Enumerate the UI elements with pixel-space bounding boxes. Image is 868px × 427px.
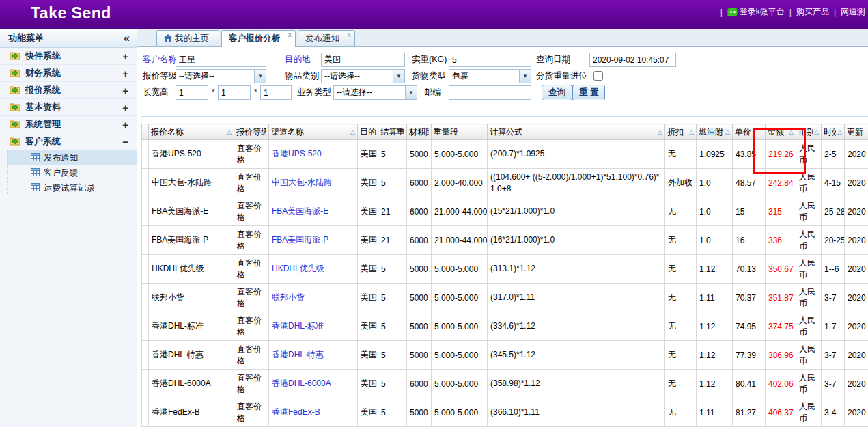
cell-unit: 77.39	[733, 341, 766, 370]
column-header-aging[interactable]: 时效△	[822, 124, 845, 140]
column-header-label: 计算公式	[490, 126, 522, 138]
cell-discount: 无	[665, 341, 697, 370]
channel-link[interactable]: FBA美国海派-E	[272, 206, 328, 216]
column-header-sel[interactable]	[142, 124, 149, 140]
search-button[interactable]: 查询	[542, 85, 572, 100]
sort-icon[interactable]: △	[836, 128, 842, 135]
column-header-label: 币别	[798, 126, 813, 138]
customer-name-input[interactable]	[176, 53, 266, 67]
cell-range: 21.000-44.000	[432, 197, 488, 226]
tab-客户报价分析[interactable]: 客户报价分析x	[221, 30, 296, 47]
sidebar-item-6[interactable]: 客户系统−	[0, 133, 137, 150]
column-header-name[interactable]: 报价名称△	[149, 124, 234, 140]
close-tab-icon[interactable]: x	[348, 31, 351, 38]
column-header-settle[interactable]: 结算重	[378, 124, 407, 140]
split-weight-checkbox[interactable]	[593, 71, 603, 81]
column-header-unit[interactable]: 单价	[733, 124, 766, 140]
sidebar-subitem[interactable]: 发布通知	[7, 150, 137, 165]
cell-settle: 5	[378, 312, 407, 341]
expand-plus-icon[interactable]: +	[122, 102, 128, 113]
zip-code-input[interactable]	[449, 85, 531, 100]
tab-我的主页[interactable]: 我的主页	[156, 30, 219, 46]
cell-aging: 4-15	[822, 169, 845, 197]
destination-input[interactable]	[321, 53, 405, 67]
business-type-select[interactable]: --请选择--▼	[333, 85, 417, 100]
channel-link[interactable]: 香港FedEx-B	[272, 407, 320, 417]
expand-plus-icon[interactable]: +	[122, 68, 128, 79]
column-header-volume[interactable]: 材积除	[407, 124, 432, 140]
cell-currency: 人民币	[796, 169, 822, 197]
network-speed-link[interactable]: 网速测	[841, 6, 865, 18]
channel-link[interactable]: 联邦小货	[272, 292, 305, 302]
height-input[interactable]	[260, 85, 292, 100]
cell-discount: 无	[665, 284, 697, 312]
column-header-currency[interactable]: 币别△	[796, 124, 822, 140]
column-header-amount[interactable]: 金额△	[766, 124, 796, 140]
table-row: FBA美国海派-P直客价格FBA美国海派-P美国21600021.000-44.…	[142, 226, 868, 255]
channel-link[interactable]: FBA美国海派-P	[272, 235, 328, 245]
cell-range: 2.000-40.000	[432, 169, 488, 197]
sidebar-subitem[interactable]: 客户反馈	[7, 165, 137, 180]
cell-channel: 香港FedEx-B	[269, 398, 358, 427]
column-header-fuel[interactable]: 燃油附加△	[697, 124, 733, 140]
cell-amount: 402.06	[766, 370, 796, 398]
expand-plus-icon[interactable]: +	[122, 85, 128, 96]
sort-icon[interactable]: △	[349, 128, 355, 135]
reset-button[interactable]: 重 置	[572, 85, 605, 100]
sort-icon[interactable]: △	[787, 128, 794, 135]
close-tab-icon[interactable]: x	[288, 31, 292, 38]
collapse-minus-icon[interactable]: −	[122, 136, 128, 148]
sidebar-item-3[interactable]: 报价系统+	[0, 82, 137, 99]
sidebar-item-2[interactable]: 财务系统+	[0, 65, 137, 82]
sidebar-subitem[interactable]: 运费试算记录	[7, 180, 137, 195]
sidebar-item-label: 客户系统	[25, 135, 122, 148]
sidebar-item-1[interactable]: 快件系统+	[0, 48, 137, 65]
column-header-updated[interactable]: 更新	[845, 124, 868, 140]
sort-icon[interactable]: △	[656, 128, 662, 135]
collapse-sidebar-icon[interactable]: «	[124, 33, 130, 44]
column-header-formula[interactable]: 计算公式△	[488, 124, 665, 140]
cargo-type-select[interactable]: 包裹▼	[449, 69, 531, 83]
sort-icon[interactable]: △	[688, 128, 694, 135]
cell-volume: 6000	[407, 169, 432, 197]
item-category-select[interactable]: --请选择--▼	[321, 69, 405, 83]
channel-link[interactable]: 中国大包-水陆路	[272, 178, 332, 187]
column-header-range[interactable]: 重量段	[432, 124, 488, 140]
sort-icon[interactable]: △	[813, 128, 819, 135]
cell-volume: 5000	[407, 255, 432, 284]
column-header-discount[interactable]: 折扣△	[665, 124, 697, 140]
expand-plus-icon[interactable]: +	[122, 51, 128, 62]
buy-product-link[interactable]: 购买产品	[796, 6, 829, 18]
folder-icon	[10, 85, 20, 96]
cell-channel: FBA美国海派-P	[269, 226, 358, 255]
app-logo: Take Send	[31, 4, 111, 23]
login-kwei-link[interactable]: 登录k微平台	[727, 6, 785, 18]
channel-link[interactable]: 香港DHL-6000A	[272, 378, 331, 388]
query-date-input[interactable]	[589, 53, 676, 67]
sidebar-item-4[interactable]: 基本资料+	[0, 99, 137, 116]
weight-input[interactable]	[449, 53, 531, 67]
column-header-channel[interactable]: 渠道名称△	[269, 124, 358, 140]
width-input[interactable]	[218, 85, 251, 100]
cell-aging: 3-7	[822, 370, 845, 398]
cell-aging: 3-7	[822, 341, 845, 370]
length-input[interactable]	[176, 85, 208, 100]
cell-currency: 人民币	[796, 226, 822, 255]
channel-link[interactable]: HKDHL优先级	[272, 264, 324, 273]
column-header-label: 时效	[824, 126, 836, 138]
sidebar-item-5[interactable]: 系统管理+	[0, 116, 137, 133]
cell-currency: 人民币	[796, 370, 822, 398]
sort-icon[interactable]: △	[724, 128, 730, 135]
quote-grade-select[interactable]: --请选择--▼	[176, 69, 266, 83]
column-header-dest[interactable]: 目的地	[358, 124, 378, 140]
channel-link[interactable]: 香港DHL-标准	[272, 321, 324, 331]
cell-formula: ((104.600+ ((5-2.000)/1.000+1)*51.100)*0…	[488, 169, 665, 197]
column-header-grade[interactable]: 报价等级	[234, 124, 269, 140]
tab-发布通知[interactable]: 发布通知x	[298, 30, 355, 46]
cell-dest: 美国	[358, 140, 378, 169]
sort-icon[interactable]: △	[225, 128, 232, 135]
channel-link[interactable]: 香港UPS-520	[272, 149, 322, 159]
expand-plus-icon[interactable]: +	[122, 119, 128, 130]
channel-link[interactable]: 香港DHL-特惠	[272, 350, 324, 359]
cell-updated: 2020	[845, 341, 868, 370]
